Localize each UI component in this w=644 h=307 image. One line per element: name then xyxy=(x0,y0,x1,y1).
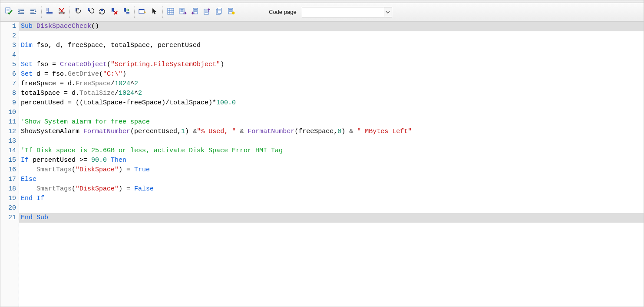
insert-sub-button[interactable] xyxy=(136,7,149,18)
grid-button[interactable] xyxy=(165,7,177,18)
code-line[interactable]: Dim fso, d, freeSpace, totalSpace, perce… xyxy=(19,41,644,50)
line-number: 3 xyxy=(0,41,19,50)
bookmark-toggle-button[interactable] xyxy=(43,7,56,18)
bookmark-delete-icon xyxy=(110,7,118,17)
code-token: 'Show System alarm for free space xyxy=(21,118,150,126)
svg-rect-35 xyxy=(194,10,197,10)
code-token: / xyxy=(115,90,119,97)
code-line[interactable] xyxy=(19,108,644,117)
code-token: 2 xyxy=(134,80,138,87)
code-token: 90.0 xyxy=(91,157,107,164)
code-line[interactable]: End If xyxy=(19,194,644,204)
cursor-button[interactable] xyxy=(149,7,161,18)
code-token xyxy=(107,157,111,164)
code-token: d = fso. xyxy=(36,70,68,78)
indent-right-button[interactable] xyxy=(15,7,27,18)
code-line[interactable]: Set d = fso.GetDrive("C:\") xyxy=(19,70,644,79)
code-line[interactable]: Set fso = CreateObject("Scripting.FileSy… xyxy=(19,60,644,70)
code-token: "DiskSpace" xyxy=(76,166,119,174)
sheet-copy-button[interactable] xyxy=(213,7,225,18)
code-token: & xyxy=(193,128,197,135)
sheet-new-button[interactable] xyxy=(225,7,238,18)
chevron-down-icon xyxy=(386,8,390,16)
code-token: End Sub xyxy=(21,214,48,221)
code-line[interactable] xyxy=(19,31,644,41)
sheet-prev-button[interactable] xyxy=(189,7,201,18)
code-token: Then xyxy=(111,157,126,164)
code-token: FormatNumber xyxy=(248,128,294,135)
codepage-dropdown-button[interactable] xyxy=(384,7,392,17)
code-line[interactable]: If percentUsed >= 90.0 Then xyxy=(19,156,644,165)
code-editor[interactable]: Sub DiskSpaceCheck()Dim fso, d, freeSpac… xyxy=(19,22,644,307)
code-line[interactable] xyxy=(19,204,644,213)
code-line[interactable]: totalSpace = d.TotalSize/1024^2 xyxy=(19,89,644,98)
code-token xyxy=(353,128,357,135)
check-button[interactable] xyxy=(3,7,15,18)
code-token: () xyxy=(91,23,99,30)
code-line[interactable]: End Sub xyxy=(19,213,644,223)
toolbar-buttons xyxy=(3,7,238,18)
code-token: " MBytes Left" xyxy=(357,128,412,135)
line-number: 11 xyxy=(0,117,19,127)
code-line[interactable]: SmartTags("DiskSpace") = True xyxy=(19,165,644,175)
code-token: (percentUsed, xyxy=(130,128,181,135)
codepage-input[interactable] xyxy=(302,7,384,17)
code-line[interactable] xyxy=(19,50,644,60)
line-number: 10 xyxy=(0,108,19,117)
indent-right-icon xyxy=(17,7,25,17)
bookmark-cycle-button[interactable] xyxy=(96,7,108,18)
code-token: If xyxy=(21,157,33,164)
line-number: 20 xyxy=(0,204,19,213)
line-number: 6 xyxy=(0,70,19,79)
toolbar-separator xyxy=(69,7,70,18)
code-token: GetDrive xyxy=(68,70,99,78)
code-line[interactable]: SmartTags("DiskSpace") = False xyxy=(19,184,644,194)
indent-left-button[interactable] xyxy=(27,7,40,18)
script-editor-window: Code page 123456789101112131415161718192… xyxy=(0,0,644,307)
code-token: & xyxy=(349,128,353,135)
sheet-next-icon xyxy=(179,7,187,17)
code-line[interactable]: percentUsed = ((totalSpace-freeSpace)/to… xyxy=(19,98,644,108)
sheet-next-button[interactable] xyxy=(177,7,189,18)
code-line[interactable]: freeSpace = d.FreeSpace/1024^2 xyxy=(19,79,644,89)
code-token: ( xyxy=(72,185,76,193)
bookmark-next-button[interactable] xyxy=(84,7,96,18)
toolbar-separator xyxy=(41,7,42,18)
code-token: "C:\" xyxy=(103,70,122,78)
code-token: 0 xyxy=(337,128,341,135)
code-token: Set xyxy=(21,61,36,68)
code-token: freeSpace = d. xyxy=(21,80,76,87)
sheet-up-button[interactable] xyxy=(201,7,213,18)
code-token: Else xyxy=(21,176,36,183)
bookmark-clear-button[interactable] xyxy=(56,7,68,18)
svg-rect-2 xyxy=(7,10,9,10)
svg-rect-32 xyxy=(181,11,184,11)
svg-rect-44 xyxy=(218,10,221,10)
code-line[interactable] xyxy=(19,137,644,146)
bookmark-clear-icon xyxy=(58,7,66,17)
code-token xyxy=(21,166,36,174)
code-token: FreeSpace xyxy=(76,80,111,87)
bookmark-goto-icon xyxy=(122,7,130,17)
code-token: Set xyxy=(21,70,36,78)
editor-area: 123456789101112131415161718192021 Sub Di… xyxy=(0,21,644,307)
code-token: 1024 xyxy=(119,90,134,97)
svg-rect-0 xyxy=(6,8,10,13)
code-token: 1024 xyxy=(115,80,130,87)
code-line[interactable]: ShowSystemAlarm FormatNumber(percentUsed… xyxy=(19,127,644,137)
code-token: "DiskSpace" xyxy=(76,185,119,193)
code-line[interactable]: Else xyxy=(19,175,644,184)
svg-rect-11 xyxy=(47,8,48,11)
bookmark-delete-button[interactable] xyxy=(108,7,120,18)
svg-rect-31 xyxy=(181,10,184,10)
code-line[interactable]: 'If Disk space is 25.6GB or less, activa… xyxy=(19,146,644,156)
code-line[interactable]: Sub DiskSpaceCheck() xyxy=(19,22,644,31)
code-token: fso, d, freeSpace, totalSpace, percentUs… xyxy=(36,42,201,49)
code-token: 100.0 xyxy=(216,99,236,107)
code-line[interactable]: 'Show System alarm for free space xyxy=(19,117,644,127)
code-token: TotalSize xyxy=(79,90,115,97)
bookmark-goto-button[interactable] xyxy=(120,7,132,18)
bookmark-prev-button[interactable] xyxy=(72,7,84,18)
line-number: 14 xyxy=(0,146,19,156)
codepage-combo[interactable] xyxy=(302,7,392,17)
